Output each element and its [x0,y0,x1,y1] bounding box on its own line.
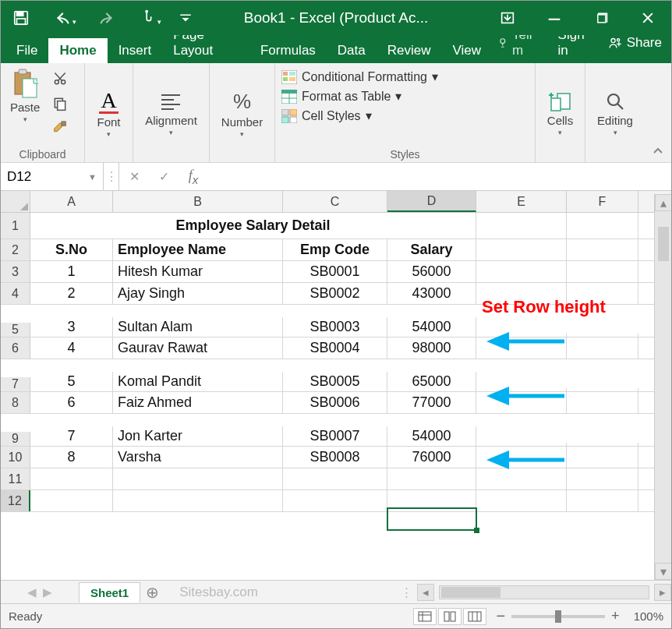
redo-icon[interactable] [94,5,118,30]
paste-button[interactable]: Paste ▾ [7,66,43,125]
cell-E2[interactable] [476,239,567,260]
cell-A4[interactable]: 2 [30,283,113,304]
cell-F12[interactable] [567,490,638,511]
row-header-5[interactable]: 5 [1,323,30,337]
vertical-scrollbar[interactable]: ▴ ▾ [654,194,671,580]
undo-dropdown-icon[interactable]: ▾ [73,18,76,26]
cell-C5[interactable]: SB0003 [283,317,387,337]
column-header-D[interactable]: D [387,191,476,212]
cell-C8[interactable]: SB0006 [283,392,387,413]
customize-qat-icon[interactable] [179,5,193,30]
cell-C10[interactable]: SB0008 [283,447,387,468]
share-button[interactable]: Share [627,35,662,51]
cell-C6[interactable]: SB0004 [283,337,387,359]
cell-C3[interactable]: SB0001 [283,261,387,282]
cell-C2[interactable]: Emp Code [283,239,387,260]
cell-F5[interactable] [567,334,638,337]
column-header-E[interactable]: E [476,191,567,212]
zoom-slider-thumb[interactable] [555,610,561,623]
cell-B5[interactable]: Sultan Alam [113,317,283,337]
vertical-scroll-thumb[interactable] [658,227,669,261]
cell-D12[interactable] [387,490,476,511]
scroll-down-icon[interactable]: ▾ [655,563,672,580]
cell-B9[interactable]: Jon Karter [113,426,283,446]
cell-F6[interactable] [567,337,638,359]
cell-C4[interactable]: SB0002 [283,283,387,304]
enter-formula-icon[interactable]: ✓ [149,163,179,190]
zoom-level[interactable]: 100% [634,610,663,623]
row-header-12[interactable]: 12 [1,490,30,511]
row-header-8[interactable]: 8 [1,392,30,413]
cell-B8[interactable]: Faiz Ahmed [113,392,283,413]
zoom-out-icon[interactable]: − [496,607,505,625]
page-layout-view-icon[interactable] [438,608,462,625]
cell-D10[interactable]: 76000 [387,447,476,468]
cell-A2[interactable]: S.No [30,239,113,260]
tab-review[interactable]: Review [377,38,442,63]
cell-F11[interactable] [567,468,638,489]
column-header-F[interactable]: F [567,191,638,212]
select-all-icon[interactable] [1,191,30,212]
cell-A11[interactable] [30,468,113,489]
cell-D9[interactable]: 54000 [387,426,476,446]
cell-A8[interactable]: 6 [30,392,113,413]
cell-A12[interactable] [30,490,113,511]
hscroll-right-icon[interactable]: ▸ [654,584,671,601]
cell-F10[interactable] [567,447,638,468]
sheet-next-icon[interactable]: ▶ [43,585,52,599]
row-header-7[interactable]: 7 [1,377,30,391]
cell-A5[interactable]: 3 [30,317,113,337]
formula-input[interactable] [208,163,671,190]
cell-D7[interactable]: 65000 [387,372,476,391]
format-painter-icon[interactable] [49,119,71,138]
cell-D6[interactable]: 98000 [387,337,476,359]
cell-F3[interactable] [567,261,638,282]
cell-C11[interactable] [283,468,387,489]
row-header-11[interactable]: 11 [1,468,30,489]
cell-A10[interactable]: 8 [30,447,113,468]
row-header-9[interactable]: 9 [1,432,30,446]
fill-handle[interactable] [474,528,479,533]
cancel-formula-icon[interactable]: ✕ [119,163,149,190]
tab-home[interactable]: Home [48,38,107,63]
cell-C12[interactable] [283,490,387,511]
cell-B7[interactable]: Komal Pandit [113,372,283,391]
cell-C7[interactable]: SB0005 [283,372,387,391]
column-header-B[interactable]: B [113,191,283,212]
column-header-A[interactable]: A [30,191,113,212]
cell-styles-button[interactable]: Cell Styles▾ [281,108,529,123]
cell-F8[interactable] [567,392,638,413]
scroll-up-icon[interactable]: ▴ [655,194,672,211]
column-header-C[interactable]: C [283,191,387,212]
name-box[interactable]: D12 ▼ [1,163,104,190]
cell-D2[interactable]: Salary [387,239,476,260]
insert-function-icon[interactable]: fx [179,163,208,190]
cell-F9[interactable] [567,443,638,446]
tab-view[interactable]: View [442,38,493,63]
cell-B12[interactable] [113,490,283,511]
zoom-slider-track[interactable] [511,615,605,618]
cell-B11[interactable] [113,468,283,489]
save-icon[interactable] [9,5,34,30]
conditional-formatting-button[interactable]: Conditional Formatting▾ [281,69,529,84]
cell-F7[interactable] [567,388,638,391]
touch-dropdown-icon[interactable]: ▾ [157,18,161,26]
restore-icon[interactable] [587,4,615,32]
cell-A7[interactable]: 5 [30,372,113,391]
close-icon[interactable] [634,4,662,32]
cell-B2[interactable]: Employee Name [113,239,283,260]
cut-icon[interactable] [49,69,71,88]
cell-E9[interactable] [476,443,567,446]
tab-insert[interactable]: Insert [108,38,163,63]
cell-title[interactable]: Employee Salary Detail [30,213,476,239]
cell-A6[interactable]: 4 [30,337,113,359]
add-sheet-icon[interactable]: ⊕ [140,583,164,602]
normal-view-icon[interactable] [413,608,437,625]
cell-E1[interactable] [476,213,567,239]
cell-D4[interactable]: 43000 [387,283,476,304]
tab-formulas[interactable]: Formulas [249,38,327,63]
cell-D5[interactable]: 54000 [387,317,476,337]
row-header-6[interactable]: 6 [1,337,30,359]
cell-F2[interactable] [567,239,638,260]
collapse-ribbon-icon[interactable] [645,63,671,162]
